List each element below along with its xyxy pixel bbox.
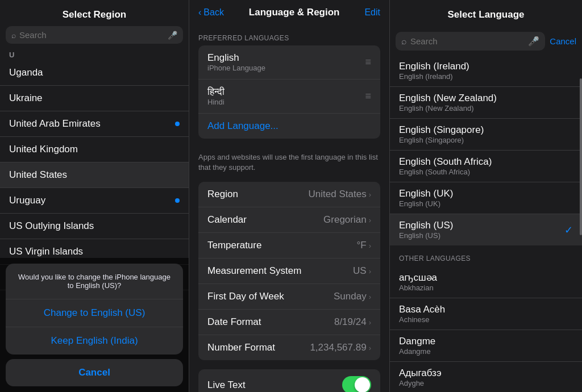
change-to-english-us-button[interactable]: Change to English (US): [6, 299, 183, 327]
dialog-box: Would you like to change the iPhone lang…: [6, 264, 183, 355]
back-button[interactable]: ‹ Back: [198, 7, 224, 18]
nav-bar: ‹ Back Language & Region Edit: [189, 0, 389, 25]
language-description: Apps and websites will use the first lan…: [189, 148, 389, 182]
list-item-us[interactable]: United States: [0, 162, 189, 188]
language-sub-english: iPhone Language: [207, 64, 265, 72]
right-search-input[interactable]: [410, 36, 525, 46]
language-change-dialog: Would you like to change the iPhone lang…: [0, 258, 189, 392]
language-name-hindi: हिन्दी: [207, 86, 225, 98]
preferred-languages-header: PREFERRED LANGUAGES: [189, 25, 389, 45]
lang-item-uk[interactable]: English (UK) English (UK): [390, 182, 582, 214]
region-preferences-card: Region United States › Calendar Gregoria…: [198, 182, 380, 360]
calendar-label: Calendar: [207, 214, 247, 226]
live-text-toggle[interactable]: [342, 376, 371, 392]
language-sub-hindi: Hindi: [207, 98, 225, 106]
lang-item-achinese[interactable]: Basa Acèh Achinese: [390, 298, 582, 330]
add-language-row[interactable]: Add Language...: [198, 114, 380, 139]
chevron-right-icon-2: ›: [369, 216, 371, 224]
selection-dot: [175, 122, 180, 126]
lang-item-ireland[interactable]: English (Ireland) English (Ireland): [390, 55, 582, 87]
checkmark-icon: ✓: [564, 224, 573, 236]
edit-button[interactable]: Edit: [364, 7, 380, 18]
date-format-label: Date Format: [207, 316, 261, 328]
temperature-value: °F ›: [356, 240, 371, 251]
right-mic-icon[interactable]: 🎤: [528, 36, 539, 47]
section-letter-u: U: [0, 48, 189, 60]
left-search-input[interactable]: [19, 30, 164, 40]
chevron-right-icon-7: ›: [369, 344, 371, 352]
lang-item-nz[interactable]: English (New Zealand) English (New Zeala…: [390, 87, 582, 119]
lang-item-south-africa[interactable]: English (South Africa) English (South Af…: [390, 151, 582, 182]
right-cancel-button[interactable]: Cancel: [550, 36, 576, 46]
measurement-label: Measurement System: [207, 265, 301, 277]
measurement-row[interactable]: Measurement System US ›: [198, 258, 380, 284]
number-format-value: 1,234,567.89 ›: [310, 342, 371, 353]
back-chevron-icon: ‹: [198, 7, 201, 18]
preferred-lang-list: English (Ireland) English (Ireland) Engl…: [390, 55, 582, 245]
number-format-row[interactable]: Number Format 1,234,567.89 ›: [198, 335, 380, 360]
chevron-right-icon-3: ›: [369, 241, 371, 250]
add-language-label: Add Language...: [207, 120, 278, 132]
chevron-right-icon-5: ›: [369, 293, 371, 301]
chevron-right-icon: ›: [369, 190, 371, 199]
lang-item-adangme[interactable]: Dangme Adangme: [390, 330, 582, 362]
right-search-bar: ⌕ 🎤: [396, 32, 545, 51]
measurement-value: US ›: [353, 265, 371, 277]
list-item-uk[interactable]: United Kingdom: [0, 137, 189, 162]
live-text-row: Live Text: [198, 369, 380, 392]
list-item-uruguay[interactable]: Uruguay: [0, 188, 189, 214]
select-region-panel: Select Region ⌕ 🎤 U Uganda Ukraine Unite…: [0, 0, 189, 392]
region-value: United States ›: [309, 189, 371, 200]
preferred-languages-card: English iPhone Language ≡ हिन्दी Hindi ≡…: [198, 45, 380, 139]
number-format-label: Number Format: [207, 342, 275, 353]
date-format-row[interactable]: Date Format 8/19/24 ›: [198, 310, 380, 335]
first-day-label: First Day of Week: [207, 291, 284, 302]
search-icon: ⌕: [11, 31, 16, 40]
left-search-bar: ⌕ 🎤: [6, 26, 183, 44]
mic-icon[interactable]: 🎤: [168, 31, 177, 40]
drag-handle-icon: ≡: [365, 56, 371, 68]
dialog-cancel-button[interactable]: Cancel: [6, 359, 183, 386]
right-search-wrap: ⌕ 🎤 Cancel: [390, 26, 582, 55]
temperature-row[interactable]: Temperature °F ›: [198, 233, 380, 258]
calendar-row[interactable]: Calendar Gregorian ›: [198, 207, 380, 233]
language-name-english: English: [207, 52, 265, 64]
chevron-right-icon-6: ›: [369, 318, 371, 327]
chevron-right-icon-4: ›: [369, 267, 371, 276]
lang-item-adyghe[interactable]: Адыгабзэ Adyghe: [390, 362, 582, 392]
calendar-value: Gregorian ›: [323, 214, 371, 226]
language-row-hindi[interactable]: हिन्दी Hindi ≡: [198, 80, 380, 114]
region-row[interactable]: Region United States ›: [198, 182, 380, 207]
other-languages-header: OTHER LANGUAGES: [390, 245, 582, 266]
temperature-label: Temperature: [207, 240, 261, 251]
date-format-value: 8/19/24 ›: [334, 316, 371, 328]
left-panel-title: Select Region: [0, 0, 189, 26]
first-day-row[interactable]: First Day of Week Sunday ›: [198, 284, 380, 310]
first-day-value: Sunday ›: [334, 291, 371, 302]
keep-english-india-button[interactable]: Keep English (India): [6, 327, 183, 355]
dialog-message: Would you like to change the iPhone lang…: [6, 264, 183, 299]
list-item-uae[interactable]: United Arab Emirates: [0, 111, 189, 137]
lang-item-singapore[interactable]: English (Singapore) English (Singapore): [390, 119, 582, 151]
live-text-label: Live Text: [207, 380, 246, 391]
middle-panel-title: Language & Region: [224, 7, 365, 18]
other-lang-list: аҧсшәа Abkhazian Basa Acèh Achinese Dang…: [390, 266, 582, 392]
live-text-section: Live Text: [198, 369, 380, 392]
list-item-ukraine[interactable]: Ukraine: [0, 86, 189, 111]
drag-handle-icon-2: ≡: [365, 90, 371, 102]
scrollbar[interactable]: [580, 78, 582, 235]
list-item-us-outlying[interactable]: US Outlying Islands: [0, 214, 189, 239]
lang-item-abkhazian[interactable]: аҧсшәа Abkhazian: [390, 266, 582, 298]
lang-item-us[interactable]: English (US) English (US) ✓: [390, 214, 582, 245]
right-panel-title: Select Language: [390, 0, 582, 26]
selection-dot-2: [175, 198, 180, 203]
right-search-icon: ⌕: [401, 36, 407, 47]
list-item-uganda[interactable]: Uganda: [0, 60, 189, 86]
region-label: Region: [207, 189, 238, 200]
select-language-panel: Select Language ⌕ 🎤 Cancel PREFERRED LAN…: [390, 0, 582, 392]
language-row-english[interactable]: English iPhone Language ≡: [198, 45, 380, 80]
language-region-panel: ‹ Back Language & Region Edit PREFERRED …: [189, 0, 390, 392]
